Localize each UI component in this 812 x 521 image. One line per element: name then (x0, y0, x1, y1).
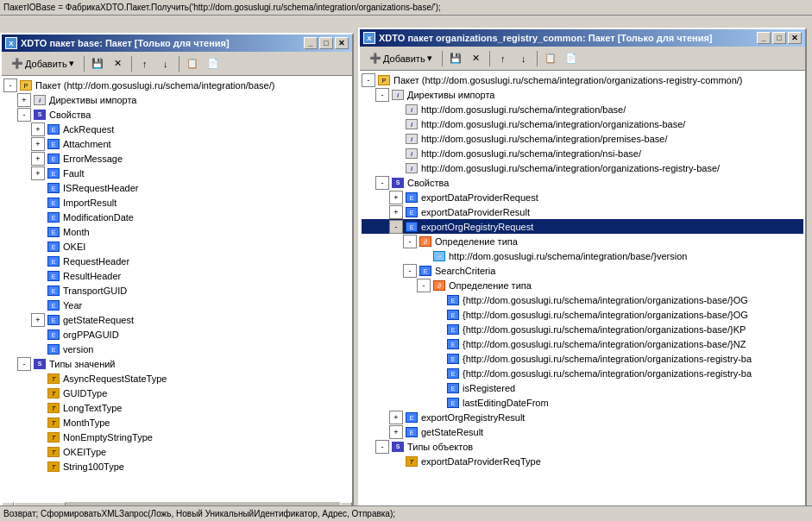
toggle-pkg-right[interactable]: - (362, 73, 375, 87)
tree-row-ri2[interactable]: i http://dom.gosuslugi.ru/schema/integra… (362, 116, 803, 131)
tree-row-impres[interactable]: E ImportResult (3, 195, 350, 210)
tree-row-longtexttype[interactable]: T LongTextType (3, 400, 350, 415)
tree-row-exporgreq[interactable]: - E exportOrgRegistryRequest (362, 219, 803, 234)
tree-row-guidtype[interactable]: T GUIDType (3, 386, 350, 400)
close-btn-right[interactable]: ✕ (788, 32, 802, 44)
toggle-errormsg[interactable]: + (31, 152, 45, 166)
toggle-exporgreq[interactable]: - (389, 220, 403, 234)
tree-row-expdataprovtype[interactable]: T exportDataProviderReqType (362, 454, 803, 468)
tree-row-asynctype[interactable]: T AsyncRequestStateType (3, 371, 350, 386)
tree-row-props-right[interactable]: - S Свойства (362, 175, 803, 190)
tree-row-sc-td2[interactable]: E {http://dom.gosuslugi.ru/schema/integr… (362, 307, 803, 322)
tree-row-sc-td3[interactable]: E {http://dom.gosuslugi.ru/schema/integr… (362, 322, 803, 336)
tree-row-typedef1[interactable]: - ∂ Определение типа (362, 234, 803, 248)
minimize-btn-right[interactable]: _ (757, 32, 771, 44)
tree-row-sc-td6[interactable]: E {http://dom.gosuslugi.ru/schema/integr… (362, 366, 803, 380)
toggle-typedef1[interactable]: - (403, 235, 417, 248)
tree-right[interactable]: - P Пакет (http://dom.gosuslugi.ru/schem… (360, 71, 805, 505)
tree-row-td-version[interactable]: → http://dom.gosuslugi.ru/schema/integra… (362, 248, 803, 263)
toggle-import-right[interactable]: - (375, 88, 389, 102)
tree-row-valtypes-left[interactable]: - S Типы значений (3, 356, 350, 371)
save-btn-left[interactable]: 💾 (88, 54, 107, 73)
tree-row-import-right[interactable]: - i Директивы импорта (362, 87, 803, 102)
tree-row-props-left[interactable]: - S Свойства (3, 107, 350, 122)
up-btn-left[interactable]: ↑ (135, 54, 154, 73)
delete-btn-left[interactable]: ✕ (109, 54, 128, 73)
tree-row-expdrreq[interactable]: + E exportDataProviderRequest (362, 190, 803, 204)
tree-row-sc-lastedit[interactable]: E lastEditingDateFrom (362, 395, 803, 410)
toggle-searchcriteria[interactable]: - (403, 264, 417, 278)
add-button-right[interactable]: ➕ Добавить ▾ (363, 49, 438, 68)
tree-row-orgpp[interactable]: E orgPPAGUID (3, 327, 350, 342)
tree-row-year[interactable]: E Year (3, 298, 350, 312)
tree-row-exporgres[interactable]: + E exportOrgRegistryResult (362, 410, 803, 424)
copy-btn-left[interactable]: 📋 (183, 54, 202, 73)
paste-btn-right[interactable]: 📄 (562, 49, 581, 68)
paste-btn-left[interactable]: 📄 (204, 54, 223, 73)
tree-row-pkg-right[interactable]: - P Пакет (http://dom.gosuslugi.ru/schem… (362, 72, 803, 87)
tree-row-nonemptytype[interactable]: T NonEmptyStringType (3, 430, 350, 444)
tree-row-sc-td5[interactable]: E {http://dom.gosuslugi.ru/schema/integr… (362, 351, 803, 366)
tree-row-getstate[interactable]: + E getStateRequest (3, 312, 350, 327)
tree-row-sc-isreg[interactable]: E isRegistered (362, 380, 803, 395)
tree-row-ri3[interactable]: i http://dom.gosuslugi.ru/schema/integra… (362, 131, 803, 146)
maximize-btn-left[interactable]: □ (319, 37, 333, 49)
close-btn-left[interactable]: ✕ (335, 37, 349, 49)
toggle-exporgres[interactable]: + (389, 411, 403, 424)
toggle-getstater[interactable]: + (389, 425, 403, 439)
tree-node-props-right: - S Свойства + E ex (362, 175, 803, 439)
toggle-expdrres[interactable]: + (389, 205, 403, 219)
toggle-objtypes-right[interactable]: - (375, 440, 389, 454)
add-button-left[interactable]: ➕ Добавить ▾ (5, 54, 80, 73)
tree-row-import-left[interactable]: + i Директивы импорта (3, 92, 350, 107)
tree-row-expdrres[interactable]: + E exportDataProviderResult (362, 204, 803, 219)
tree-row-isreqhdr[interactable]: E ISRequestHeader (3, 180, 350, 195)
tree-row-reshdr[interactable]: E ResultHeader (3, 268, 350, 283)
label-asynctype: AsyncRequestStateType (63, 373, 167, 384)
tree-row-errormsg[interactable]: + E ErrorMessage (3, 151, 350, 166)
tree-row-version[interactable]: E version (3, 342, 350, 356)
tree-row-attachment[interactable]: + E Attachment (3, 136, 350, 151)
toggle-typedef2[interactable]: - (417, 279, 431, 292)
tree-row-objtypes-right[interactable]: - S Типы объектов (362, 439, 803, 454)
minimize-btn-left[interactable]: _ (304, 37, 318, 49)
toggle-expdrreq[interactable]: + (389, 191, 403, 204)
maximize-btn-right[interactable]: □ (772, 32, 786, 44)
tree-row-getstater[interactable]: + E getStateResult (362, 424, 803, 439)
toggle-pkg-left[interactable]: - (3, 78, 17, 92)
window-icon-left: X (5, 37, 17, 49)
toggle-valtypes-left[interactable]: - (17, 357, 31, 371)
save-btn-right[interactable]: 💾 (446, 49, 465, 68)
tree-row-pkg-left[interactable]: - P Пакет (http://dom.gosuslugi.ru/schem… (3, 78, 350, 92)
tree-row-ri1[interactable]: i http://dom.gosuslugi.ru/schema/integra… (362, 102, 803, 116)
tree-row-month[interactable]: E Month (3, 224, 350, 239)
tree-row-sc-td1[interactable]: E {http://dom.gosuslugi.ru/schema/integr… (362, 292, 803, 307)
down-btn-left[interactable]: ↓ (156, 54, 175, 73)
toggle-props-right[interactable]: - (375, 176, 389, 190)
tree-row-moddate[interactable]: E ModificationDate (3, 210, 350, 224)
tree-row-typedef2[interactable]: - ∂ Определение типа (362, 278, 803, 292)
copy-btn-right[interactable]: 📋 (541, 49, 560, 68)
tree-row-ri4[interactable]: i http://dom.gosuslugi.ru/schema/integra… (362, 146, 803, 160)
tree-row-monthtype[interactable]: T MonthType (3, 415, 350, 430)
toggle-import-left[interactable]: + (17, 93, 31, 107)
tree-row-okeitype[interactable]: T OKEIType (3, 444, 350, 459)
tree-row-reqhdr[interactable]: E RequestHeader (3, 254, 350, 268)
delete-btn-right[interactable]: ✕ (467, 49, 486, 68)
toggle-ack[interactable]: + (31, 122, 45, 136)
tree-row-sc-td4[interactable]: E {http://dom.gosuslugi.ru/schema/integr… (362, 336, 803, 351)
toggle-attachment[interactable]: + (31, 137, 45, 151)
tree-row-trguid[interactable]: E TransportGUID (3, 283, 350, 298)
tree-row-ack[interactable]: + E AckRequest (3, 122, 350, 136)
tree-row-ri5[interactable]: i http://dom.gosuslugi.ru/schema/integra… (362, 160, 803, 175)
up-btn-right[interactable]: ↑ (494, 49, 513, 68)
tree-row-fault[interactable]: + E Fault (3, 166, 350, 180)
toggle-fault[interactable]: + (31, 166, 45, 180)
tree-left[interactable]: - P Пакет (http://dom.gosuslugi.ru/schem… (2, 76, 352, 502)
down-btn-right[interactable]: ↓ (514, 49, 533, 68)
tree-row-okei[interactable]: E OKEI (3, 239, 350, 254)
tree-row-searchcriteria[interactable]: - E SearchCriteria (362, 263, 803, 278)
tree-row-str100type[interactable]: T String100Type (3, 459, 350, 474)
toggle-getstate[interactable]: + (31, 313, 45, 327)
toggle-props-left[interactable]: - (17, 108, 31, 122)
